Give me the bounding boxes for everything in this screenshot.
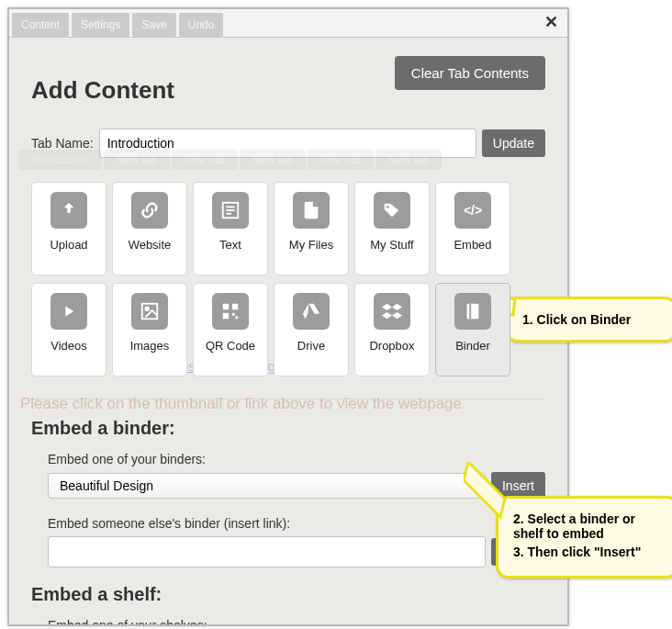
svg-rect-11 [232,313,235,316]
embed-icon: </> [454,192,491,229]
svg-rect-6 [142,304,158,320]
tile-label: Website [129,238,172,252]
own-shelf-label: Embed one of your shelves: [48,618,545,626]
binder-tile[interactable]: Binder [435,283,510,376]
binder-icon [454,293,491,330]
svg-marker-16 [382,304,392,310]
own-binder-select[interactable]: Beautiful Design [48,473,486,499]
images-tile[interactable]: Images [112,283,187,376]
tile-label: Upload [50,238,87,252]
tile-label: QR Code [206,339,255,353]
svg-marker-14 [303,314,308,320]
other-binder-link-input[interactable] [48,536,486,567]
svg-marker-5 [65,307,73,317]
tile-label: Binder [455,339,490,353]
svg-marker-17 [392,304,402,310]
svg-point-4 [386,206,389,208]
text-tile[interactable]: Text [193,182,268,275]
dropbox-tile[interactable]: Dropbox [354,283,430,376]
background-tab-strip: IntroductionNew tabNew tab New tabNew ta… [9,150,567,170]
tag-icon [374,192,410,229]
svg-marker-15 [303,304,308,314]
upload-icon [50,192,87,229]
svg-rect-21 [469,304,471,320]
link-icon [131,192,168,229]
callout-text-line-2: 3. Then click "Insert" [513,545,662,559]
text-icon [212,192,249,229]
tile-label: Videos [50,339,87,353]
svg-marker-18 [382,312,392,319]
tile-label: Images [130,339,170,353]
dialog-titlebar: Content Settings Save Undo ✕ [9,9,567,38]
tile-label: My Files [289,238,333,252]
dropbox-icon [374,293,410,330]
background-caption-text: Please click on the thumbnail or link ab… [20,395,466,413]
callout-select-and-insert: 2. Select a binder or shelf to embed 3. … [496,496,672,578]
svg-rect-10 [223,313,229,319]
website-tile[interactable]: Website [112,182,187,275]
ghost-save-button: Save [132,13,175,37]
qr-code-tile[interactable]: QR Code [193,283,268,376]
video-icon [50,293,87,330]
svg-rect-8 [223,304,229,309]
svg-marker-13 [308,304,319,314]
qr-icon [212,293,249,330]
svg-marker-23 [464,462,505,517]
clear-tab-contents-button[interactable]: Clear Tab Contents [395,56,545,90]
ghost-undo-button: Undo [179,13,224,37]
add-content-dialog: Content Settings Save Undo ✕ Clear Tab C… [7,7,569,626]
svg-rect-20 [467,304,479,320]
tile-label: Dropbox [369,339,414,353]
videos-tile[interactable]: Videos [31,283,106,376]
embed-tile[interactable]: </> Embed [435,182,510,275]
image-icon [131,293,168,330]
tile-label: Embed [454,238,491,252]
svg-marker-19 [392,312,402,319]
ghost-settings-button: Settings [72,13,129,37]
callout-text-line-1: 2. Select a binder or shelf to embed [513,511,662,541]
tile-label: Text [219,238,241,252]
close-icon[interactable]: ✕ [544,14,558,30]
content-type-grid: Upload Website Text My Files [31,182,545,376]
upload-tile[interactable]: Upload [31,182,106,275]
svg-rect-9 [232,304,238,309]
drive-icon [293,293,330,330]
embed-binder-heading: Embed a binder: [31,418,545,439]
tile-label: Drive [297,339,325,353]
drive-tile[interactable]: Drive [274,283,349,376]
background-toolbar: Content Settings Save Undo [12,13,223,37]
embed-shelf-heading: Embed a shelf: [31,584,545,605]
ghost-content-button: Content [12,13,69,37]
my-files-tile[interactable]: My Files [274,182,349,275]
svg-rect-12 [236,317,239,320]
folder-icon [293,192,330,229]
tile-label: My Stuff [370,238,413,252]
tab-name-label: Tab Name: [31,136,94,151]
my-stuff-tile[interactable]: My Stuff [354,182,430,275]
svg-point-7 [145,307,149,310]
